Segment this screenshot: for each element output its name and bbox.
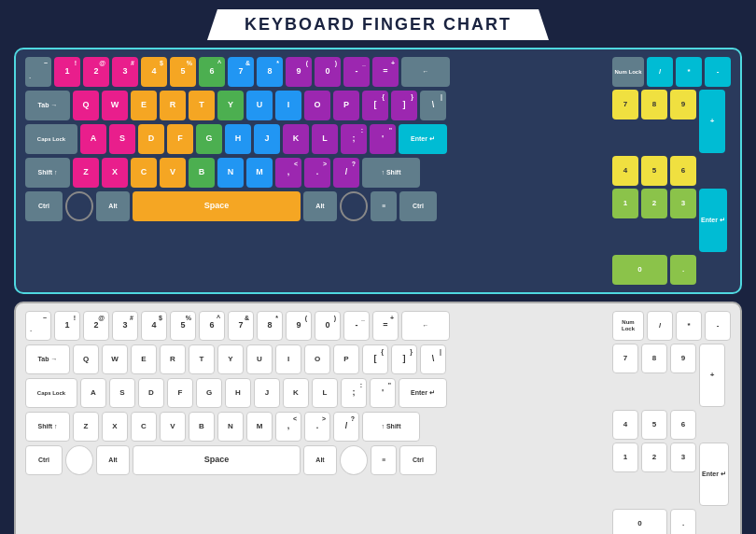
key-t: T [189, 91, 215, 120]
colored-keyboard: ~` !1 @2 #3 $4 %5 ^6 &7 *8 (9 )0 _- += ←… [14, 48, 742, 294]
key-y: Y [217, 91, 244, 120]
white-keyboard: ~` !1 @2 #3 $4 %5 ^6 &7 *8 (9 )0 _- += ←… [14, 302, 742, 534]
key-rbracket: }] [391, 91, 417, 120]
w-key-equals: += [372, 311, 399, 341]
key-space: Space [133, 191, 301, 221]
w-key-p: P [333, 344, 359, 374]
key-num-8: 8 [641, 90, 667, 119]
w-key-d: D [138, 378, 164, 408]
key-s: S [109, 124, 135, 154]
key-lbracket: {[ [362, 91, 388, 120]
key-0: )0 [315, 57, 341, 87]
key-n: N [217, 158, 244, 188]
key-x: X [102, 158, 128, 188]
key-w: W [102, 91, 128, 120]
key-num-enter: Enter ↵ [699, 189, 727, 252]
w-key-alt-left: Alt [96, 445, 130, 475]
w-key-period: >. [304, 412, 330, 442]
numpad-white: Num Lock / * - 7 8 9 + 4 5 6 1 2 3 Enter… [612, 311, 731, 534]
key-l: L [312, 124, 338, 154]
w-key-k: K [283, 378, 309, 408]
page-title: KEYBOARD FINGER CHART [245, 15, 511, 35]
w-key-num-5: 5 [641, 410, 667, 440]
w-key-space: Space [133, 445, 301, 475]
key-quote: "' [370, 124, 396, 154]
key-equals: += [372, 57, 399, 87]
w-zxcv-row: Shift ↑ Z X C V B N M <, >. ?/ ↑ Shift [25, 412, 609, 442]
qwerty-row: Tab → Q W E R T Y U I O P {[ }] |\ [25, 91, 609, 120]
w-key-5: %5 [170, 311, 196, 341]
w-key-slash: ?/ [333, 412, 359, 442]
w-key-s: S [109, 378, 135, 408]
w-key-shift-left: Shift ↑ [25, 412, 70, 442]
w-key-backslash: |\ [420, 344, 446, 374]
w-key-c: C [131, 412, 157, 442]
w-key-num-plus: + [699, 344, 725, 407]
w-key-t: T [189, 344, 215, 374]
key-r: R [160, 91, 186, 120]
w-key-y: Y [217, 344, 244, 374]
key-num-slash: / [647, 57, 673, 87]
key-num-0: 0 [612, 255, 667, 285]
w-key-capslock: Caps Lock [25, 378, 77, 408]
key-win-right [340, 191, 368, 221]
key-minus: _- [343, 57, 370, 87]
key-win-left [65, 191, 93, 221]
w-key-e: E [131, 344, 157, 374]
key-shift-right: ↑ Shift [362, 158, 420, 188]
key-numlock: Num Lock [612, 57, 644, 87]
w-qwerty-row: Tab → Q W E R T Y U I O P {[ }] |\ [25, 344, 609, 374]
w-key-alt-right: Alt [303, 445, 337, 475]
w-key-shift-right: ↑ Shift [362, 412, 420, 442]
key-num-1: 1 [612, 189, 638, 218]
w-key-7: &7 [228, 311, 254, 341]
w-key-a: A [80, 378, 106, 408]
key-num-2: 2 [641, 189, 667, 218]
w-key-v: V [160, 412, 186, 442]
w-key-0: )0 [315, 311, 341, 341]
key-k: K [283, 124, 309, 154]
key-num-9: 9 [670, 90, 696, 119]
w-key-r: R [160, 344, 186, 374]
w-key-enter: Enter ↵ [399, 378, 447, 408]
key-v: V [160, 158, 186, 188]
key-num-6: 6 [670, 156, 696, 186]
key-a: A [80, 124, 106, 154]
w-key-i: I [275, 344, 301, 374]
w-key-o: O [304, 344, 330, 374]
w-key-h: H [225, 378, 251, 408]
w-key-num-minus: - [705, 311, 731, 341]
key-menu: ≡ [371, 191, 397, 221]
w-key-b: B [189, 412, 215, 442]
w-key-m: M [246, 412, 273, 442]
key-b: B [189, 158, 215, 188]
key-num-minus: - [705, 57, 731, 87]
key-o: O [304, 91, 330, 120]
key-num-dot: . [670, 255, 696, 285]
w-bottom-row: Ctrl Alt Space Alt ≡ Ctrl [25, 445, 609, 475]
key-1: !1 [54, 57, 80, 87]
w-key-rbracket: }] [391, 344, 417, 374]
key-backslash: |\ [420, 91, 446, 120]
key-4: $4 [141, 57, 167, 87]
w-key-menu: ≡ [371, 445, 397, 475]
title-banner: KEYBOARD FINGER CHART [207, 9, 549, 40]
key-num-3: 3 [670, 189, 696, 218]
w-key-x: X [102, 412, 128, 442]
key-f: F [167, 124, 193, 154]
w-key-f: F [167, 378, 193, 408]
key-6: ^6 [199, 57, 225, 87]
w-key-n: N [217, 412, 244, 442]
w-key-u: U [246, 344, 273, 374]
w-key-semicolon: :; [341, 378, 367, 408]
w-key-num-9: 9 [670, 344, 696, 373]
key-alt-left: Alt [96, 191, 130, 221]
key-ctrl-right: Ctrl [399, 191, 437, 221]
w-key-1: !1 [54, 311, 80, 341]
key-num-7: 7 [612, 90, 638, 119]
w-key-num-enter: Enter ↵ [699, 443, 729, 506]
key-9: (9 [286, 57, 312, 87]
w-key-num-3: 3 [670, 443, 696, 472]
w-key-num-4: 4 [612, 410, 638, 440]
w-key-win-left [65, 445, 93, 475]
